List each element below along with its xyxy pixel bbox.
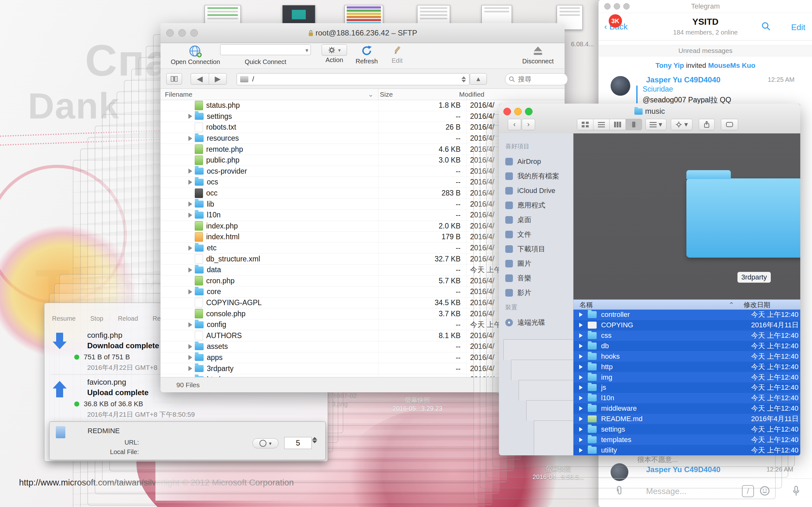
toolbar-button[interactable]: Stop [90,315,103,322]
sidebar-item[interactable]: 影片 [499,285,573,300]
disclosure-triangle-icon[interactable] [579,365,583,369]
disclosure-triangle-icon[interactable] [189,322,192,327]
finder-window[interactable]: music ‹ › ▾ ▾ 喜好項目 [499,104,800,455]
modified-column-header[interactable]: Modified [459,91,484,98]
size-column-header[interactable]: Size [380,91,459,98]
finder-titlebar[interactable]: music ‹ › ▾ ▾ [499,104,800,134]
date-column-header[interactable]: 修改日期 [734,300,770,309]
big-folder-icon[interactable] [687,178,800,258]
disclosure-triangle-icon[interactable] [579,333,583,338]
sidebar-item[interactable]: 圖片 [499,257,573,271]
name-column-header[interactable]: 名稱 [573,300,728,309]
action-menu-button[interactable]: ▾ [671,119,693,130]
search-field[interactable] [505,73,568,85]
list-row[interactable]: settings 今天 上午12:40 [573,424,800,435]
list-row[interactable]: http 今天 上午12:40 [573,361,800,372]
back-button[interactable]: ‹ [508,119,521,130]
disclosure-triangle-icon[interactable] [189,202,192,207]
filename-column-header[interactable]: Filename [160,91,368,98]
disconnect-button[interactable]: Disconnect [516,43,560,65]
microphone-icon[interactable] [791,485,802,498]
list-view-button[interactable] [594,119,610,130]
disclosure-triangle-icon[interactable] [189,136,192,141]
connections-stepper[interactable]: 5 [284,437,312,449]
list-row[interactable]: middleware 今天 上午12:40 [573,403,800,414]
sidebar-item[interactable]: 我的所有檔案 [499,169,573,183]
list-row[interactable]: templates 今天 上午12:40 [573,435,800,445]
list-row[interactable]: controller 今天 上午12:40 [573,309,800,320]
back-icon[interactable]: ◀ [191,73,209,84]
list-row[interactable]: utility 今天 上午12:40 [573,445,800,455]
share-button[interactable] [699,119,715,130]
disclosure-triangle-icon[interactable] [189,169,192,174]
path-dropdown[interactable]: / [237,73,469,85]
sidebar-item[interactable]: 下載項目 [499,242,573,257]
disclosure-triangle-icon[interactable] [189,213,192,218]
stepper-arrows[interactable] [312,437,317,443]
toolbar-button[interactable]: Resume [52,315,75,322]
disclosure-triangle-icon[interactable] [579,385,583,390]
history-nav[interactable]: ◀ ▶ [191,73,227,84]
list-row[interactable]: hooks 今天 上午12:40 [573,351,800,361]
column-view-button[interactable] [610,119,626,130]
reply-sender[interactable]: Sciuridae [643,85,673,94]
disclosure-triangle-icon[interactable] [579,375,583,380]
disclosure-triangle-icon[interactable] [189,245,192,250]
quick-connect-combo[interactable]: ▾ [220,44,311,55]
refresh-button[interactable]: Refresh [351,43,383,65]
sidebar-item[interactable]: iCloud Drive [499,183,573,198]
disclosure-triangle-icon[interactable] [189,366,192,371]
edit-button[interactable]: Edit [791,22,805,32]
disclosure-triangle-icon[interactable] [189,289,192,294]
disclosure-triangle-icon[interactable] [579,406,583,411]
edit-button[interactable]: Edit [385,43,410,64]
list-column-headers[interactable]: 名稱 ⌃ 修改日期 [573,299,800,310]
search-input[interactable] [517,75,554,83]
sidebar-item[interactable]: 文件 [499,227,573,242]
cyberduck-titlebar[interactable]: root@188.166.236.42 – SFTP [160,23,565,43]
redmine-panel[interactable]: REDMINE URL: Local File: ▾ 5 [49,421,326,460]
bandwidth-dropdown[interactable]: ▾ [252,438,278,448]
column-headers[interactable]: Filename ⌄ Size Modified [160,89,565,100]
sidebar-item[interactable]: AirDrop [499,154,573,169]
list-row[interactable]: db 今天 上午12:40 [573,341,800,351]
list-row[interactable]: js 今天 上午12:40 [573,383,800,393]
go-up-button[interactable]: ▲ [470,73,487,84]
disclosure-triangle-icon[interactable] [579,448,583,452]
list-row[interactable]: COPYING 2016年4月11日 下午 [573,320,800,331]
sidebar-item[interactable]: 應用程式 [499,198,573,213]
disclosure-triangle-icon[interactable] [579,354,583,359]
arrange-menu-button[interactable]: ▾ [646,119,666,130]
search-icon[interactable] [761,21,771,33]
icon-view-button[interactable] [577,119,594,130]
toolbar-button[interactable]: Reload [118,315,138,322]
disclosure-triangle-icon[interactable] [189,180,192,185]
forward-icon[interactable]: ▶ [209,73,227,84]
service-target[interactable]: MouseMs Kuo [708,61,755,69]
list-row[interactable]: README.md 2016年4月11日 下午 [573,414,800,424]
list-row[interactable]: img 今天 上午12:40 [573,372,800,383]
telegram-titlebar[interactable]: Telegram [599,0,812,13]
coverflow-view-button[interactable] [626,119,642,130]
disclosure-triangle-icon[interactable] [579,323,583,327]
disclosure-triangle-icon[interactable] [189,355,192,360]
disclosure-triangle-icon[interactable] [189,268,192,273]
quick-connect-input[interactable] [220,44,311,55]
bookmarks-button[interactable] [166,73,182,84]
disclosure-triangle-icon[interactable] [189,114,192,119]
action-menu-button[interactable]: ▾ Action [318,43,350,64]
open-connection-button[interactable]: Open Connection [167,43,224,66]
disclosure-triangle-icon[interactable] [579,427,583,432]
list-row[interactable]: l10n 今天 上午12:40 [573,393,800,403]
sidebar-item[interactable]: 音樂 [499,271,573,285]
disclosure-triangle-icon[interactable] [579,438,583,442]
sidebar-item[interactable]: 桌面 [499,213,573,227]
disclosure-triangle-icon[interactable] [579,396,583,400]
message-sender[interactable]: Jasper Yu C49D4040 [646,75,720,84]
avatar[interactable] [611,76,630,96]
service-actor[interactable]: Tony Yip [656,61,684,69]
disclosure-triangle-icon[interactable] [579,344,583,348]
disclosure-triangle-icon[interactable] [189,344,192,349]
sidebar-item[interactable]: 遠端光碟 [499,315,573,330]
list-row[interactable]: css 今天 上午12:40 [573,331,800,341]
